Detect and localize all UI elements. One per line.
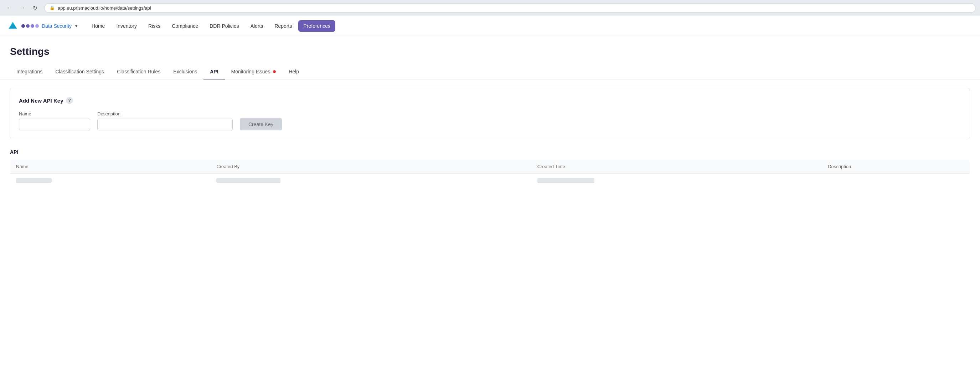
address-bar[interactable]: 🔒 app.eu.prismacloud.io/home/data/settin… (44, 3, 976, 13)
table-row (10, 174, 970, 189)
col-header-name: Name (10, 160, 211, 174)
page-content: Settings Integrations Classification Set… (0, 36, 980, 379)
nav-item-compliance[interactable]: Compliance (167, 20, 203, 32)
refresh-button[interactable]: ↻ (30, 3, 40, 13)
tab-api[interactable]: API (204, 65, 224, 79)
top-navigation: Data Security ▾ Home Inventory Risks Com… (0, 16, 980, 36)
nav-item-inventory[interactable]: Inventory (111, 20, 142, 32)
section-header: Add New API Key ? (19, 97, 961, 104)
tab-monitoring-issues[interactable]: Monitoring Issues (225, 65, 283, 79)
tab-classification-rules[interactable]: Classification Rules (110, 65, 167, 79)
api-table-body (10, 174, 970, 189)
dot-4 (35, 24, 39, 28)
table-cell-description (822, 174, 970, 189)
api-table-header: Name Created By Created Time Description (10, 160, 970, 174)
dot-3 (31, 24, 34, 28)
main-navigation: Home Inventory Risks Compliance DDR Poli… (87, 20, 973, 32)
table-cell-name (10, 174, 211, 189)
page-title: Settings (10, 46, 970, 57)
skeleton-created-time (538, 178, 594, 183)
nav-item-preferences[interactable]: Preferences (298, 20, 335, 32)
brand-logo-icon (7, 20, 19, 32)
dot-2 (26, 24, 30, 28)
api-table-header-row: Name Created By Created Time Description (10, 160, 970, 174)
brand-dropdown-button[interactable]: ▾ (75, 23, 78, 29)
tab-help[interactable]: Help (282, 65, 305, 79)
col-header-created-by: Created By (211, 160, 531, 174)
help-icon[interactable]: ? (66, 97, 73, 104)
create-key-button[interactable]: Create Key (240, 118, 282, 130)
settings-tabs: Integrations Classification Settings Cla… (0, 65, 980, 79)
skeleton-name (16, 178, 52, 183)
name-form-group: Name (19, 111, 90, 130)
add-api-key-section: Add New API Key ? Name Description Creat… (10, 88, 970, 139)
api-key-form-row: Name Description Create Key (19, 111, 961, 130)
name-input[interactable] (19, 119, 90, 130)
col-header-created-time: Created Time (532, 160, 822, 174)
col-header-description: Description (822, 160, 970, 174)
url-text: app.eu.prismacloud.io/home/data/settings… (58, 5, 151, 11)
nav-item-reports[interactable]: Reports (269, 20, 297, 32)
svg-marker-1 (9, 23, 16, 28)
nav-item-ddr-policies[interactable]: DDR Policies (205, 20, 244, 32)
name-label: Name (19, 111, 90, 116)
table-section-title: API (10, 149, 970, 155)
description-form-group: Description (97, 111, 233, 130)
section-title: Add New API Key (19, 98, 63, 104)
brand-name-label: Data Security (42, 23, 72, 29)
browser-chrome: ← → ↻ 🔒 app.eu.prismacloud.io/home/data/… (0, 0, 980, 16)
tab-classification-settings[interactable]: Classification Settings (49, 65, 110, 79)
nav-item-alerts[interactable]: Alerts (245, 20, 268, 32)
nav-item-risks[interactable]: Risks (143, 20, 165, 32)
api-table: Name Created By Created Time Description (10, 159, 970, 189)
lock-icon: 🔒 (49, 5, 55, 10)
browser-nav-buttons: ← → ↻ (4, 3, 40, 13)
skeleton-created-by (216, 178, 280, 183)
tab-exclusions[interactable]: Exclusions (167, 65, 204, 79)
description-input[interactable] (97, 119, 233, 130)
tab-integrations[interactable]: Integrations (10, 65, 49, 79)
back-button[interactable]: ← (4, 3, 14, 13)
page-header: Settings (0, 36, 980, 57)
brand-area[interactable]: Data Security ▾ (7, 20, 78, 32)
dot-1 (21, 24, 25, 28)
brand-dots (21, 24, 39, 28)
description-label: Description (97, 111, 233, 116)
api-table-section: API Name Created By Created Time Descrip… (10, 149, 970, 189)
table-cell-created-by (211, 174, 531, 189)
forward-button[interactable]: → (17, 3, 27, 13)
monitoring-issues-badge (273, 70, 276, 73)
nav-item-home[interactable]: Home (87, 20, 110, 32)
table-cell-created-time (532, 174, 822, 189)
main-content: Add New API Key ? Name Description Creat… (0, 79, 980, 197)
